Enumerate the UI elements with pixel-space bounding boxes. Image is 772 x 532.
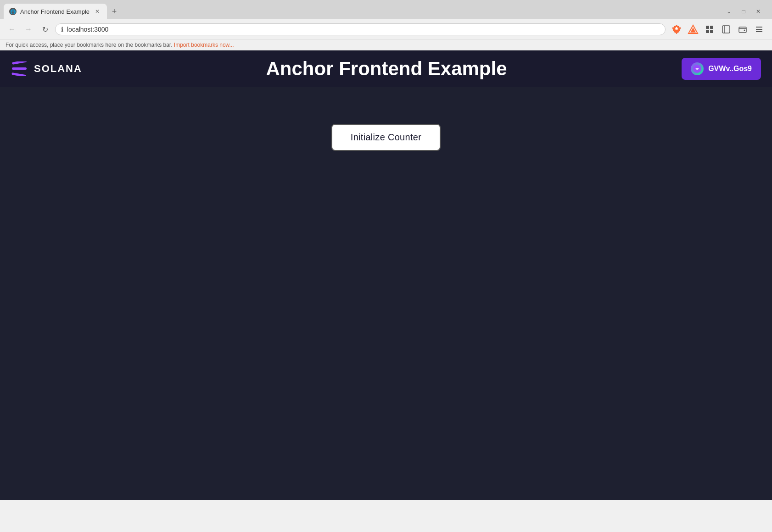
address-text: localhost:3000 — [67, 26, 660, 33]
import-bookmarks-link[interactable]: Import bookmarks now... — [174, 42, 234, 48]
wallet-connect-button[interactable]: GVWv..Gos9 — [682, 58, 761, 80]
svg-rect-15 — [11, 72, 26, 76]
minimize-button[interactable]: ⌄ — [722, 5, 735, 18]
app-title: Anchor Frontend Example — [91, 58, 682, 80]
security-icon: ℹ — [61, 26, 63, 33]
new-tab-button[interactable]: + — [108, 5, 121, 18]
address-bar[interactable]: ℹ localhost:3000 — [55, 23, 666, 35]
svg-rect-13 — [12, 61, 27, 65]
forward-button[interactable]: → — [22, 23, 35, 36]
svg-rect-8 — [739, 27, 746, 33]
wallet-avatar-icon — [691, 62, 704, 75]
bookmarks-bar: For quick access, place your bookmarks h… — [0, 39, 772, 50]
active-tab[interactable]: 🌐 Anchor Frontend Example ✕ — [4, 4, 107, 19]
back-button[interactable]: ← — [6, 23, 18, 36]
wallet-toolbar-icon[interactable] — [735, 22, 750, 37]
solana-logo: SOLANA — [11, 61, 82, 76]
brave-icon[interactable] — [669, 22, 684, 37]
tab-favicon: 🌐 — [9, 8, 17, 15]
svg-rect-6 — [722, 26, 730, 33]
svg-rect-14 — [12, 67, 27, 70]
initialize-counter-button[interactable]: Initialize Counter — [331, 124, 441, 151]
svg-rect-5 — [710, 30, 713, 33]
solana-symbol-icon — [11, 61, 29, 76]
browser-chrome: 🌐 Anchor Frontend Example ✕ + ⌄ □ ✕ ← → … — [0, 0, 772, 50]
app-wrapper: SOLANA Anchor Frontend Example GVWv. — [0, 50, 772, 500]
app-header: SOLANA Anchor Frontend Example GVWv. — [0, 50, 772, 87]
solana-wordmark: SOLANA — [34, 63, 82, 75]
bookmarks-text: For quick access, place your bookmarks h… — [6, 42, 173, 48]
tab-title: Anchor Frontend Example — [20, 8, 90, 15]
svg-rect-3 — [710, 26, 713, 29]
tab-bar: 🌐 Anchor Frontend Example ✕ + ⌄ □ ✕ — [0, 0, 772, 19]
app-main-content: Initialize Counter — [0, 87, 772, 500]
window-controls: ⌄ □ ✕ — [722, 5, 768, 18]
brave-rewards-icon[interactable] — [686, 22, 700, 37]
svg-rect-2 — [706, 26, 709, 29]
wallet-address-label: GVWv..Gos9 — [708, 65, 752, 73]
maximize-button[interactable]: □ — [737, 5, 750, 18]
sidebar-icon[interactable] — [719, 22, 733, 37]
svg-point-9 — [744, 30, 745, 31]
menu-icon[interactable] — [752, 22, 766, 37]
extensions-icon[interactable] — [702, 22, 717, 37]
browser-toolbar: ← → ↻ ℹ localhost:3000 — [0, 19, 772, 39]
close-window-button[interactable]: ✕ — [752, 5, 765, 18]
reload-button[interactable]: ↻ — [39, 23, 51, 36]
tab-close-button[interactable]: ✕ — [93, 7, 101, 16]
svg-rect-4 — [706, 30, 709, 33]
toolbar-icons — [669, 22, 766, 37]
